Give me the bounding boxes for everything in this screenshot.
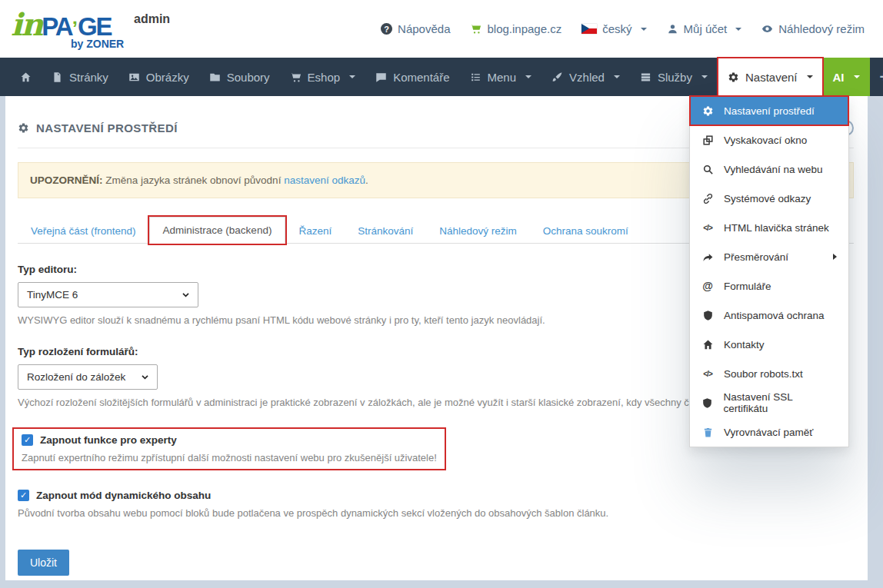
- expert-functions-description: Zapnutí expertního režimu zpřístupní dal…: [22, 452, 437, 463]
- home-icon: [702, 339, 714, 350]
- caret-down-icon: [701, 75, 708, 78]
- account-label: Můj účet: [684, 22, 728, 35]
- menu-item-label: Antispamová ochrana: [724, 310, 825, 321]
- logo-page-text: PA: [42, 12, 72, 41]
- nav-files-label: Soubory: [227, 71, 270, 84]
- image-icon: [128, 71, 140, 83]
- nav-settings-label: Nastavení: [745, 71, 798, 84]
- comment-icon: [375, 71, 387, 83]
- checkbox-checked-icon[interactable]: ✓: [18, 490, 29, 501]
- nav-home[interactable]: [10, 58, 42, 96]
- nav-comments[interactable]: Komentáře: [365, 58, 459, 96]
- tab-frontend[interactable]: Veřejná část (frontend): [18, 218, 149, 244]
- expert-functions-checkbox-row[interactable]: ✓ Zapnout funkce pro experty: [22, 434, 437, 446]
- popup-window-icon: [702, 135, 714, 146]
- caret-down-icon: [641, 28, 647, 31]
- cart-icon: [470, 23, 481, 35]
- header-links: ? Nápověda blog.inpage.cz český Můj účet…: [381, 22, 865, 35]
- tab-privacy[interactable]: Ochrana soukromí: [530, 218, 641, 244]
- menu-item-html-head[interactable]: </>HTML hlavička stránek: [690, 213, 848, 242]
- menu-item-forms[interactable]: @Formuláře: [690, 271, 848, 301]
- nav-menu[interactable]: Menu: [460, 58, 542, 96]
- menu-item-popup-window[interactable]: Vyskakovací okno: [690, 125, 848, 154]
- nav-pages-label: Stránky: [69, 71, 108, 84]
- nav-files[interactable]: Soubory: [199, 58, 280, 96]
- form-layout-select[interactable]: Rozložení do záložek: [18, 364, 158, 390]
- menu-item-robots-txt[interactable]: </>Soubor robots.txt: [690, 359, 848, 388]
- link-icon: [702, 193, 714, 204]
- tab-sorting[interactable]: Řazení: [285, 218, 345, 244]
- page-title-text: NASTAVENÍ PROSTŘEDÍ: [36, 121, 178, 135]
- menu-item-antispam[interactable]: Antispamová ochrana: [690, 301, 848, 330]
- help-link-label: Nápověda: [398, 22, 450, 35]
- settings-dropdown-menu: Nastavení prostředí Vyskakovací okno Vyh…: [689, 96, 849, 447]
- code-icon: </>: [701, 224, 714, 232]
- nav-settings[interactable]: Nastavení: [718, 58, 823, 96]
- nav-images[interactable]: Obrázky: [118, 58, 199, 96]
- menu-item-label: HTML hlavička stránek: [724, 222, 829, 234]
- gear-icon: [728, 71, 739, 83]
- logo-accent: ʼ: [72, 17, 78, 40]
- nav-add[interactable]: +: [870, 58, 883, 96]
- tab-backend[interactable]: Administrace (backend): [149, 217, 286, 244]
- preview-mode-link[interactable]: Náhledový režim: [761, 22, 865, 35]
- blog-link[interactable]: blog.inpage.cz: [470, 22, 561, 35]
- main-navbar: Stránky Obrázky Soubory Eshop Komentáře …: [0, 58, 883, 96]
- nav-ai-label: AI: [833, 71, 845, 84]
- language-label: český: [602, 22, 631, 35]
- warning-text: Změna jazyka stránek obnoví původní: [103, 174, 285, 186]
- chevron-down-icon: [140, 372, 150, 382]
- trash-icon: [702, 427, 714, 438]
- form-layout-value: Rozložení do záložek: [27, 371, 125, 383]
- inpage-logo[interactable]: inPAʼGE admin by ZONER: [11, 6, 176, 52]
- menu-item-cache[interactable]: Vyrovnávací paměť: [690, 417, 848, 447]
- tab-preview-mode[interactable]: Náhledový režim: [426, 218, 530, 244]
- save-button[interactable]: Uložit: [18, 550, 69, 576]
- caret-right-icon: [833, 254, 837, 260]
- nav-ai[interactable]: AI: [823, 58, 870, 96]
- checkbox-checked-icon[interactable]: ✓: [22, 434, 33, 446]
- warning-bold: UPOZORNĚNÍ:: [30, 174, 103, 186]
- warning-link[interactable]: nastavení odkazů: [284, 174, 365, 186]
- menu-item-label: Nastavení SSL certifikátu: [724, 391, 837, 414]
- nav-images-label: Obrázky: [146, 71, 189, 84]
- nav-services[interactable]: Služby: [630, 58, 718, 96]
- menu-item-web-search[interactable]: Vyhledávání na webu: [690, 154, 848, 184]
- nav-comments-label: Komentáře: [393, 71, 449, 84]
- menu-item-environment-settings[interactable]: Nastavení prostředí: [690, 96, 848, 125]
- help-link[interactable]: ? Nápověda: [381, 22, 450, 35]
- tab-pagination[interactable]: Stránkování: [345, 218, 426, 244]
- nav-menu-label: Menu: [488, 71, 517, 84]
- caret-down-icon: [735, 28, 741, 31]
- menu-item-system-links[interactable]: Systémové odkazy: [690, 184, 848, 213]
- nav-eshop[interactable]: Eshop: [280, 58, 366, 96]
- nav-pages[interactable]: Stránky: [42, 58, 118, 96]
- menu-item-label: Vyrovnávací paměť: [724, 427, 813, 438]
- layers-icon: [640, 71, 651, 83]
- account-menu[interactable]: Můj účet: [667, 22, 742, 35]
- menu-item-contacts[interactable]: Kontakty: [690, 330, 848, 359]
- menu-item-label: Nastavení prostředí: [724, 105, 815, 117]
- preview-mode-label: Náhledový režim: [778, 22, 865, 35]
- editor-type-select[interactable]: TinyMCE 6: [18, 282, 198, 307]
- folder-icon: [209, 71, 221, 83]
- caret-down-icon: [854, 75, 860, 78]
- menu-item-label: Formuláře: [724, 281, 771, 292]
- menu-item-redirects[interactable]: Přesměrování: [690, 242, 848, 271]
- dynamic-content-block: ✓ Zapnout mód dynamického obsahu Původní…: [18, 490, 854, 519]
- menu-item-label: Vyskakovací okno: [724, 135, 807, 146]
- nav-services-label: Služby: [658, 71, 692, 84]
- language-selector[interactable]: český: [581, 22, 646, 35]
- blog-link-label: blog.inpage.cz: [487, 22, 561, 35]
- plus-icon: +: [880, 68, 883, 86]
- menu-item-label: Kontakty: [724, 339, 765, 350]
- menu-item-ssl-certificate[interactable]: Nastavení SSL certifikátu: [690, 388, 848, 417]
- dynamic-content-label: Zapnout mód dynamického obsahu: [36, 490, 211, 501]
- menu-item-label: Systémové odkazy: [724, 193, 811, 204]
- menu-item-label: Vyhledávání na webu: [724, 164, 823, 175]
- gear-icon: [702, 105, 714, 117]
- help-circle-icon: ?: [381, 23, 392, 35]
- expert-functions-block: ✓ Zapnout funkce pro experty Zapnutí exp…: [14, 429, 445, 469]
- nav-appearance[interactable]: Vzhled: [541, 58, 630, 96]
- dynamic-content-checkbox-row[interactable]: ✓ Zapnout mód dynamického obsahu: [18, 490, 854, 501]
